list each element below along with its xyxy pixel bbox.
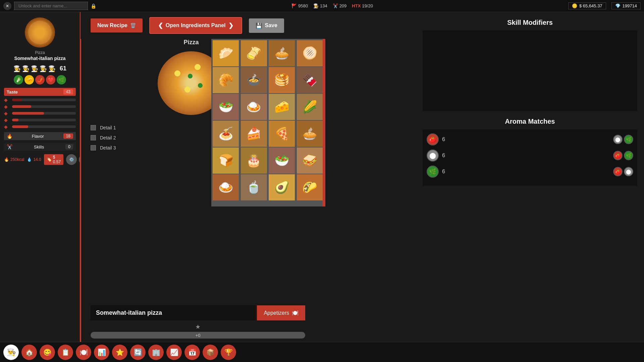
taste-bar-1: ◆: [4, 97, 76, 103]
taste-section: Taste 43 ◆ ◆ ◆ ◆ ◆: [4, 88, 76, 129]
ingredient-cell[interactable]: 🥧: [297, 121, 323, 147]
ingredient-cell[interactable]: 🍝: [213, 121, 239, 147]
action-icons: ⚙️ 📖: [66, 154, 80, 165]
ingredient-cell[interactable]: 🫔: [241, 40, 267, 66]
food-emoji: 🎂: [246, 154, 261, 168]
star-nav-button[interactable]: ⭐: [112, 345, 127, 360]
ingredient-cell[interactable]: 🍛: [213, 174, 239, 200]
aroma-right-icons: ⬤ 🌿: [613, 135, 633, 144]
food-emoji: 🫔: [246, 46, 261, 60]
ingredient-cell[interactable]: 🧀: [269, 94, 295, 120]
taste-icon-1: ◆: [4, 97, 10, 103]
ingredient-cell[interactable]: 🍲: [241, 67, 267, 93]
ingredients-left-arrow: ❮: [158, 22, 163, 29]
pizza-name-label: Somewhat-italian pizza: [4, 56, 76, 61]
taste-icon-3: ◆: [4, 111, 10, 116]
back-button[interactable]: ✕: [3, 2, 11, 10]
open-ingredients-button[interactable]: ❮ Open Ingredients Panel ❯: [149, 17, 242, 34]
taste-track-3: [12, 112, 76, 115]
exchange-button[interactable]: 🔄: [130, 345, 146, 360]
ingredient-cell[interactable]: 🍰: [241, 121, 267, 147]
category-button[interactable]: Appetizers 🍽️: [257, 305, 305, 320]
price-value: $ 0.57: [53, 155, 61, 164]
ingredient-cell[interactable]: 🌮: [297, 174, 323, 200]
ingredient-cell[interactable]: 🍛: [241, 94, 267, 120]
new-recipe-button[interactable]: New Recipe 🗑️: [91, 18, 143, 33]
category-label: Appetizers: [264, 310, 289, 316]
ingredient-cell[interactable]: 🫓: [297, 40, 323, 66]
aroma-count: 6: [442, 136, 449, 142]
detail3-checkbox-left[interactable]: [91, 145, 96, 150]
rating-star: ★: [195, 323, 201, 330]
food-emoji: 🍞: [218, 154, 233, 168]
ingredient-cell[interactable]: 🥗: [213, 94, 239, 120]
pizza-preview: Pizza Somewhat-italian pizza: [4, 17, 76, 61]
ingredient-cell[interactable]: 🌽: [297, 94, 323, 120]
flavor-icon: 🔥: [7, 133, 12, 139]
ingredients-grid: 🥟🫔🥧🫓🥐🍲🥞🍫🥗🍛🧀🌽🍝🍰🍕🥧🍞🎂🥗🥪🍛🍵🥑🌮: [211, 39, 325, 202]
ingredient-cell[interactable]: 🍫: [297, 67, 323, 93]
aroma-match-2: 🌿: [624, 151, 633, 160]
aroma-match-2: ⬤: [624, 167, 633, 176]
food-emoji: 🍰: [246, 127, 261, 141]
pizza-thumbnail: [25, 17, 55, 48]
home-button[interactable]: 🏠: [21, 345, 37, 360]
ingredient-cell[interactable]: 🥟: [213, 40, 239, 66]
aroma-match-2: 🌿: [624, 135, 633, 144]
ingredient-cell[interactable]: 🥧: [269, 40, 295, 66]
flag-stat: 🚩 9580: [291, 3, 308, 8]
detail2-checkbox-left[interactable]: [91, 135, 96, 140]
ingredient-cell[interactable]: 🥗: [269, 147, 295, 174]
ingredient-cell[interactable]: 🎂: [241, 147, 267, 174]
trophy-button[interactable]: 🏆: [221, 345, 236, 360]
ingredient-cell[interactable]: 🍕: [269, 121, 295, 147]
taste-button[interactable]: 😋: [40, 345, 55, 360]
save-button[interactable]: 💾 Save: [249, 18, 284, 33]
aroma-main-icon: 🌿: [427, 166, 439, 178]
building-button[interactable]: 🏢: [148, 345, 164, 360]
chef-score-val: 134: [320, 3, 327, 8]
taste-fill-4: [12, 119, 18, 121]
coins-display: 💎 199714: [611, 2, 641, 9]
calendar-button[interactable]: 📅: [184, 345, 200, 360]
menu-button[interactable]: 📋: [58, 345, 73, 360]
taste-fill-2: [12, 105, 31, 108]
food-emoji: 🍲: [246, 73, 261, 87]
ingredient-cell[interactable]: 🍞: [213, 147, 239, 174]
money-val: $ 65,645.37: [579, 3, 602, 8]
delivery-button[interactable]: 📦: [203, 345, 218, 360]
taste-icon-2: ◆: [4, 104, 10, 109]
scroll-indicator[interactable]: [323, 39, 325, 206]
food-emoji: 🥪: [302, 154, 317, 168]
ingredient-cell[interactable]: 🥞: [269, 67, 295, 93]
ing-icon-5: 🌿: [57, 75, 66, 84]
ingredient-cell[interactable]: 🥐: [213, 67, 239, 93]
chef-star-2: 👨‍🍳: [22, 65, 30, 72]
aroma-row: ⬤ 6 🍅 🌿: [427, 149, 633, 162]
new-recipe-label: New Recipe: [97, 22, 127, 28]
ingredients-right-arrow: ❯: [228, 22, 233, 29]
aroma-row: 🍅 6 ⬤ 🌿: [427, 133, 633, 145]
food-emoji: 🥐: [218, 73, 233, 87]
taste-bar-2: ◆: [4, 104, 76, 109]
ingredient-cell[interactable]: 🥑: [269, 174, 295, 200]
top-bar-right: 🪙 $ 65,645.37 💎 199714: [568, 2, 641, 9]
taste-track-1: [12, 99, 76, 101]
chef-home-button[interactable]: 👨‍🍳: [3, 345, 19, 360]
clipboard-button[interactable]: 📊: [94, 345, 109, 360]
detail1-checkbox-left[interactable]: [91, 125, 96, 130]
weight-value: 14.0: [33, 157, 41, 162]
ingredients-button[interactable]: 🍽️: [76, 345, 91, 360]
settings-btn[interactable]: ⚙️: [66, 154, 77, 165]
taste-bar-3: ◆: [4, 111, 76, 116]
chef-star-4: 👨‍🍳: [40, 65, 47, 72]
ingredient-cell[interactable]: 🥪: [297, 147, 323, 174]
recipe-name-input[interactable]: [91, 305, 256, 320]
skills-header: ✂️ Skills 0: [4, 143, 76, 151]
category-icon: 🍽️: [292, 310, 299, 316]
ingredient-cell[interactable]: 🍵: [241, 174, 267, 200]
growth-button[interactable]: 📈: [166, 345, 182, 360]
name-input[interactable]: [14, 2, 88, 10]
coins-val: 199714: [623, 3, 637, 8]
drop-icon: 💧: [27, 157, 32, 162]
